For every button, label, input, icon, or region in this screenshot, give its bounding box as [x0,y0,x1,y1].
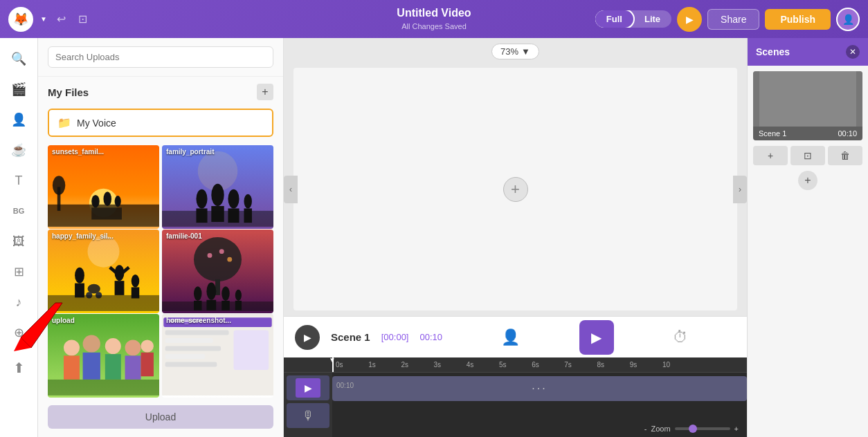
thumbnail-sunset[interactable]: sunsets_famil... [48,145,159,229]
ruler-3s: 3s [434,361,467,369]
icon-bar: 🔍 🎬 👤 ☕ T BG 🖼 ⊞ ♪ ⊕ ⬆ [0,38,38,437]
svg-point-4 [53,176,65,195]
upload-button[interactable]: Upload [48,405,273,429]
add-file-button[interactable]: + [257,84,273,100]
svg-point-38 [227,257,232,262]
ruler-5s: 5s [499,361,532,369]
thumb-label-family: family_portrait [166,148,214,156]
scene-delete-button[interactable]: 🗑 [828,146,862,165]
timeline-timestamp: 00:10 [334,380,356,391]
preview-play-button[interactable]: ▶ [677,7,702,32]
text-icon-button[interactable]: T [5,167,33,194]
timer-scene-icon[interactable]: ⏱ [673,328,688,346]
share-button[interactable]: Share [707,9,759,30]
scene-play-button[interactable]: ▶ [295,325,320,350]
thumbnail-family-portrait[interactable]: family_portrait [162,145,273,229]
add-scene-row: + [748,168,868,193]
publish-button[interactable]: Publish [765,9,831,30]
thumbnail-familie[interactable]: familie-001 [162,230,273,313]
thumb-label-familie: familie-001 [166,232,202,240]
ruler-1s: 1s [368,361,401,369]
zoom-plus-icon[interactable]: + [734,425,739,433]
coffee-icon-button[interactable]: ☕ [5,136,33,164]
zoom-control[interactable]: 73% ▼ [491,44,539,59]
svg-rect-66 [165,354,206,359]
svg-rect-59 [141,353,154,377]
folder-icon: 📁 [57,116,71,129]
svg-rect-28 [115,281,125,295]
mic-icon: 🎙 [296,406,320,425]
scene-card-footer: Scene 1 00:10 [753,127,862,140]
avatar-icon: 👤 [11,112,26,127]
lite-view-toggle[interactable]: Lite [633,10,671,28]
logo-button[interactable]: 🦊 [8,7,33,32]
svg-point-15 [228,189,239,209]
topbar-center: Untitled Video All Changes Saved [397,7,471,32]
add-scene-button[interactable]: + [798,171,817,190]
music-icon-button[interactable]: ♪ [5,288,33,316]
thumb-label-upload2: upload [52,317,75,324]
undo-button[interactable]: ↩ [54,10,69,28]
svg-point-22 [75,268,84,283]
svg-point-13 [211,184,224,206]
more-icon-button[interactable]: ⊕ [5,319,33,346]
person-scene-icon[interactable]: 👤 [501,328,520,346]
svg-point-37 [219,249,224,254]
upload-button-panel: Upload [38,400,283,437]
timeline-area: 0s 1s 2s 3s 4s 5s 6s 7s 8s 9s 10 ▶ [284,357,747,437]
upload-icon-button[interactable]: ⬆ [5,354,33,382]
svg-point-36 [208,253,213,258]
svg-rect-33 [48,295,159,311]
scene-card-thumbnail [753,71,862,127]
image-icon-button[interactable]: 🖼 [5,227,33,255]
grid-icon: ⊞ [14,264,24,279]
svg-rect-64 [165,338,213,343]
person-icon-button[interactable]: 👤 [5,106,33,133]
svg-point-31 [132,275,140,287]
svg-point-40 [194,286,202,301]
grid-icon-button[interactable]: ⊞ [5,258,33,286]
scene-card-1[interactable]: Scene 1 00:10 [753,71,862,140]
zoom-minus-icon[interactable]: - [644,425,647,433]
logo-dropdown-icon[interactable]: ▼ [40,15,47,23]
timeline-video-bar[interactable]: 00:10 ··· [332,376,747,401]
bg-icon-button[interactable]: BG [5,197,33,225]
svg-rect-67 [165,362,217,367]
copy-button[interactable]: ⊡ [75,10,90,28]
scene-add-action-button[interactable]: + [753,146,788,165]
svg-point-35 [194,237,242,281]
playhead[interactable] [332,357,334,372]
timeline-menu-dots[interactable]: ··· [532,382,547,395]
zoom-slider-thumb[interactable] [689,425,697,433]
svg-point-50 [64,340,80,355]
full-view-toggle[interactable]: Full [595,10,633,28]
bg-icon: BG [13,207,25,215]
canvas-add-button[interactable]: + [503,177,528,202]
my-voice-folder[interactable]: 📁 My Voice [48,109,273,137]
scene-duplicate-button[interactable]: ⊡ [790,146,825,165]
search-icon-button[interactable]: 🔍 [5,45,33,73]
svg-rect-19 [162,211,273,227]
collapse-panel-button[interactable]: ‹ [284,176,298,203]
media-library-button[interactable]: ▶ [579,320,614,355]
thumb-label-silhouette: happy_family_sil... [52,232,114,240]
svg-rect-60 [48,380,159,396]
thumbnail-silhouette[interactable]: happy_family_sil... [48,230,159,313]
search-input[interactable] [48,46,273,68]
scenes-close-button[interactable]: ✕ [846,45,860,59]
svg-point-46 [235,290,242,301]
zoom-slider[interactable] [675,427,730,430]
ruler-9s: 9s [630,361,662,369]
svg-rect-70 [759,71,856,127]
video-track-icon: ▶ [296,378,320,398]
search-icon: 🔍 [11,51,26,66]
collapse-right-button[interactable]: › [733,176,747,203]
ruler-2s: 2s [401,361,433,369]
scenes-icon-button[interactable]: 🎬 [5,75,33,103]
scenes-panel-header: Scenes ✕ [748,38,868,66]
user-avatar[interactable]: 👤 [836,8,860,31]
film-icon: 🎬 [11,82,26,97]
thumbnail-screenshot[interactable]: home_screenshot... [162,314,273,398]
view-toggle-group: Full Lite [595,10,671,28]
thumbnail-upload2[interactable]: upload [48,314,159,398]
